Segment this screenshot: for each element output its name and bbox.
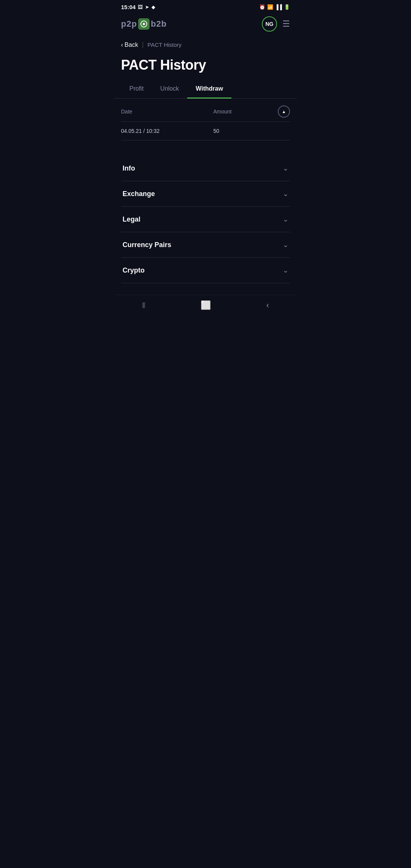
signal-icon: ▐▐ bbox=[275, 4, 282, 10]
wifi-icon: 📶 bbox=[267, 4, 273, 10]
logo: p2p b2b bbox=[121, 18, 167, 30]
logo-left: p2p bbox=[121, 19, 137, 29]
sort-icon[interactable]: ▲ bbox=[278, 105, 290, 118]
avatar[interactable]: NG bbox=[262, 16, 277, 32]
nav-divider: | bbox=[142, 41, 144, 49]
bottom-nav-bar: ⦀ ⬜ ‹ bbox=[114, 295, 297, 317]
hamburger-menu-icon[interactable]: ☰ bbox=[282, 19, 290, 29]
chevron-down-icon-info: ⌄ bbox=[283, 164, 288, 172]
accordion-currency-pairs-label: Currency Pairs bbox=[123, 241, 171, 249]
column-date-header: Date bbox=[121, 108, 213, 115]
navbar-right: NG ☰ bbox=[262, 16, 290, 32]
table-section: Date Amount ▲ 04.05.21 / 10:32 50 bbox=[114, 99, 297, 140]
accordion-info[interactable]: Info ⌄ bbox=[121, 156, 290, 181]
tab-unlock[interactable]: Unlock bbox=[152, 81, 187, 99]
logo-right: b2b bbox=[151, 19, 167, 29]
diamond-icon: ◆ bbox=[151, 4, 155, 10]
accordion-legal[interactable]: Legal ⌄ bbox=[121, 207, 290, 232]
tab-profit[interactable]: Profit bbox=[121, 81, 152, 99]
navbar: p2p b2b NG ☰ bbox=[114, 13, 297, 37]
column-amount-header: Amount bbox=[213, 108, 275, 115]
image-icon: 🖼 bbox=[138, 4, 143, 10]
bottom-menu-icon[interactable]: ⦀ bbox=[142, 300, 145, 310]
bottom-back-icon[interactable]: ‹ bbox=[266, 300, 269, 310]
accordion-exchange-label: Exchange bbox=[123, 190, 155, 198]
accordion-crypto[interactable]: Crypto ⌄ bbox=[121, 258, 290, 283]
bottom-home-icon[interactable]: ⬜ bbox=[201, 300, 211, 310]
cell-date: 04.05.21 / 10:32 bbox=[121, 128, 213, 134]
table-header: Date Amount ▲ bbox=[121, 99, 290, 122]
cell-amount: 50 bbox=[213, 128, 275, 134]
tabs-container: Profit Unlock Withdraw bbox=[114, 81, 297, 99]
logo-icon bbox=[138, 18, 150, 30]
chevron-down-icon-crypto: ⌄ bbox=[283, 266, 288, 274]
svg-point-1 bbox=[143, 23, 145, 25]
back-label: Back bbox=[124, 41, 138, 48]
status-bar: 15:04 🖼 ➤ ◆ ⏰ 📶 ▐▐ 🔋 bbox=[114, 0, 297, 13]
accordion-exchange[interactable]: Exchange ⌄ bbox=[121, 181, 290, 207]
chevron-down-icon-legal: ⌄ bbox=[283, 215, 288, 223]
tab-withdraw[interactable]: Withdraw bbox=[187, 81, 231, 99]
chevron-down-icon-exchange: ⌄ bbox=[283, 190, 288, 198]
footer-accordion: Info ⌄ Exchange ⌄ Legal ⌄ Currency Pairs… bbox=[114, 156, 297, 283]
sort-up-icon: ▲ bbox=[282, 109, 286, 114]
breadcrumb: PACT History bbox=[148, 41, 182, 48]
back-navigation: ‹ Back | PACT History bbox=[114, 37, 297, 52]
table-row: 04.05.21 / 10:32 50 bbox=[121, 122, 290, 140]
status-time: 15:04 bbox=[121, 4, 135, 10]
back-chevron-icon: ‹ bbox=[121, 41, 123, 48]
navigation-icon: ➤ bbox=[145, 4, 149, 10]
page-title: PACT History bbox=[114, 52, 297, 81]
accordion-info-label: Info bbox=[123, 164, 135, 172]
back-button[interactable]: ‹ Back bbox=[121, 41, 138, 48]
accordion-crypto-label: Crypto bbox=[123, 266, 145, 274]
accordion-currency-pairs[interactable]: Currency Pairs ⌄ bbox=[121, 232, 290, 258]
chevron-down-icon-currency: ⌄ bbox=[283, 241, 288, 249]
sort-control[interactable]: ▲ bbox=[275, 105, 290, 118]
accordion-legal-label: Legal bbox=[123, 215, 140, 223]
alarm-icon: ⏰ bbox=[259, 4, 265, 10]
battery-icon: 🔋 bbox=[284, 4, 290, 10]
